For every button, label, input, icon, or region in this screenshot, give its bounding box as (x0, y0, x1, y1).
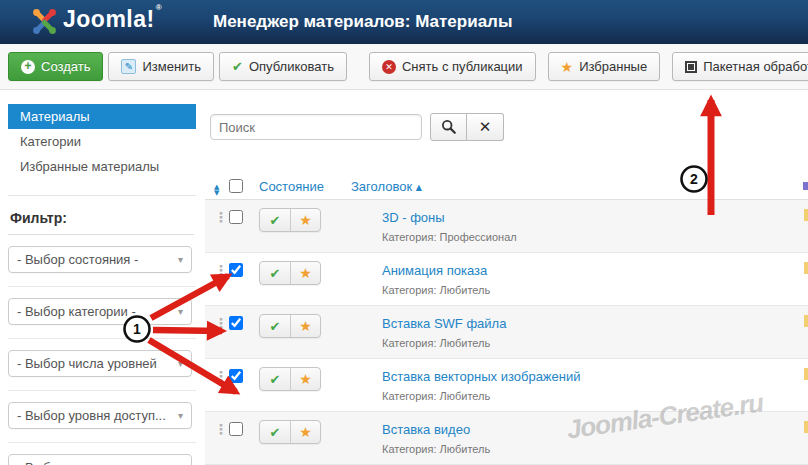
published-toggle[interactable]: ✔ (260, 421, 290, 443)
published-toggle[interactable]: ✔ (260, 262, 290, 284)
published-toggle[interactable]: ✔ (260, 209, 290, 231)
article-category: Категория: Любитель (382, 443, 808, 455)
sidebar-item-categories[interactable]: Категории (8, 129, 196, 154)
filter-author-value: - Выбор автора - (17, 460, 118, 465)
sidebar-item-featured[interactable]: Избранные материалы (8, 154, 196, 179)
row-checkbox[interactable] (229, 369, 243, 383)
clipped-column-sliver (804, 315, 808, 327)
registered-mark: ® (156, 3, 162, 12)
table-row: ⋮ ✔ ★ 3D - фоны Категория: Профессионал (205, 200, 808, 253)
star-icon: ★ (561, 60, 574, 74)
featured-toggle[interactable]: ★ (290, 421, 320, 443)
article-title-link[interactable]: Вставка SWF файла (382, 316, 506, 331)
featured-toggle[interactable]: ★ (290, 209, 320, 231)
state-button-group: ✔ ★ (259, 367, 321, 391)
search-button[interactable] (430, 113, 467, 141)
featured-toggle[interactable]: ★ (290, 262, 320, 284)
sidebar-item-articles[interactable]: Материалы (8, 104, 196, 129)
drag-handle-icon[interactable]: ⋮ (214, 262, 228, 278)
clipped-column-sliver (803, 182, 808, 190)
divider (8, 195, 196, 196)
divider (8, 286, 196, 287)
state-button-group: ✔ ★ (259, 420, 321, 444)
star-icon: ★ (299, 318, 312, 334)
featured-toggle[interactable]: ★ (290, 368, 320, 390)
plus-circle-icon: + (21, 60, 35, 74)
featured-button[interactable]: ★ Избранные (548, 52, 661, 81)
edit-button-label: Изменить (142, 59, 201, 74)
sort-down-icon: ▼ (214, 190, 219, 196)
unpublish-button[interactable]: ✕ Снять с публикации (369, 52, 536, 81)
search-input[interactable] (210, 114, 422, 140)
filter-access-select[interactable]: - Выбор уровня доступ... ▾ (8, 402, 192, 429)
row-checkbox[interactable] (229, 263, 243, 277)
ordering-sort-button[interactable]: ▲ ▼ (214, 184, 219, 196)
star-icon: ★ (299, 424, 312, 440)
unpublish-button-label: Снять с публикации (402, 59, 523, 74)
check-icon: ✔ (270, 266, 281, 281)
edit-button[interactable]: ✎ Изменить (108, 52, 214, 81)
close-icon: ✕ (479, 118, 492, 136)
divider (8, 338, 196, 339)
joomla-logo-icon (31, 8, 58, 35)
column-header-title[interactable]: Заголовок (351, 179, 412, 194)
filter-author-select[interactable]: - Выбор автора - ▾ (8, 454, 192, 465)
article-title-link[interactable]: Вставка видео (382, 422, 470, 437)
state-button-group: ✔ ★ (259, 208, 321, 232)
column-header-state[interactable]: Состояние (259, 179, 324, 194)
star-icon: ★ (299, 212, 312, 228)
batch-button[interactable]: Пакетная обработка (672, 52, 808, 81)
featured-toggle[interactable]: ★ (290, 315, 320, 337)
divider (8, 390, 196, 391)
check-icon: ✔ (270, 425, 281, 440)
clipped-column-sliver (804, 421, 808, 433)
articles-table: ⋮ ✔ ★ 3D - фоны Категория: Профессионал … (205, 200, 808, 465)
new-button-label: Создать (41, 59, 90, 74)
row-checkbox[interactable] (229, 316, 243, 330)
article-category: Категория: Любитель (382, 337, 808, 349)
article-title-link[interactable]: Анимация показа (382, 263, 487, 278)
check-icon: ✔ (270, 213, 281, 228)
filter-levels-value: - Выбор числа уровней (17, 356, 157, 371)
published-toggle[interactable]: ✔ (260, 315, 290, 337)
sidebar: Материалы Категории Избранные материалы … (0, 90, 197, 465)
drag-handle-icon[interactable]: ⋮ (214, 315, 228, 331)
filter-status-select[interactable]: - Выбор состояния - ▾ (8, 246, 192, 273)
chevron-down-icon: ▾ (178, 358, 183, 369)
chevron-down-icon: ▾ (178, 410, 183, 421)
state-button-group: ✔ ★ (259, 314, 321, 338)
drag-handle-icon[interactable]: ⋮ (214, 421, 228, 437)
select-all-checkbox[interactable] (229, 179, 243, 193)
check-icon: ✔ (270, 372, 281, 387)
table-row: ⋮ ✔ ★ Вставка SWF файла Категория: Любит… (205, 306, 808, 359)
new-button[interactable]: + Создать (8, 52, 103, 81)
batch-icon (685, 61, 697, 73)
clipped-column-sliver (804, 209, 808, 221)
search-bar: ✕ (210, 113, 504, 141)
article-category: Категория: Профессионал (382, 231, 808, 243)
page-title: Менеджер материалов: Материалы (213, 12, 512, 32)
filter-category-value: - Выбор категории - (17, 304, 136, 319)
unpublish-circle-icon: ✕ (382, 60, 396, 74)
star-icon: ★ (299, 265, 312, 281)
article-title-link[interactable]: Вставка векторных изображений (382, 369, 581, 384)
divider (8, 442, 196, 443)
row-checkbox[interactable] (229, 210, 243, 224)
drag-handle-icon[interactable]: ⋮ (214, 209, 228, 225)
published-toggle[interactable]: ✔ (260, 368, 290, 390)
featured-button-label: Избранные (579, 59, 647, 74)
article-title-link[interactable]: 3D - фоны (382, 210, 445, 225)
joomla-wordmark: Joomla!® (63, 6, 161, 33)
drag-handle-icon[interactable]: ⋮ (214, 368, 228, 384)
sort-asc-icon: ▲ (416, 183, 422, 192)
clipped-column-sliver (804, 368, 808, 380)
filter-levels-select[interactable]: - Выбор числа уровней ▾ (8, 350, 192, 377)
row-checkbox[interactable] (229, 422, 243, 436)
admin-header: Joomla!® Менеджер материалов: Материалы (0, 0, 808, 44)
table-header-row: ▲ ▼ Состояние Заголовок ▲ (205, 174, 808, 200)
clear-search-button[interactable]: ✕ (467, 113, 504, 141)
publish-button[interactable]: ✔ Опубликовать (219, 52, 347, 81)
check-icon: ✔ (270, 319, 281, 334)
filter-category-select[interactable]: - Выбор категории - ▾ (8, 298, 192, 325)
batch-button-label: Пакетная обработка (703, 59, 808, 74)
